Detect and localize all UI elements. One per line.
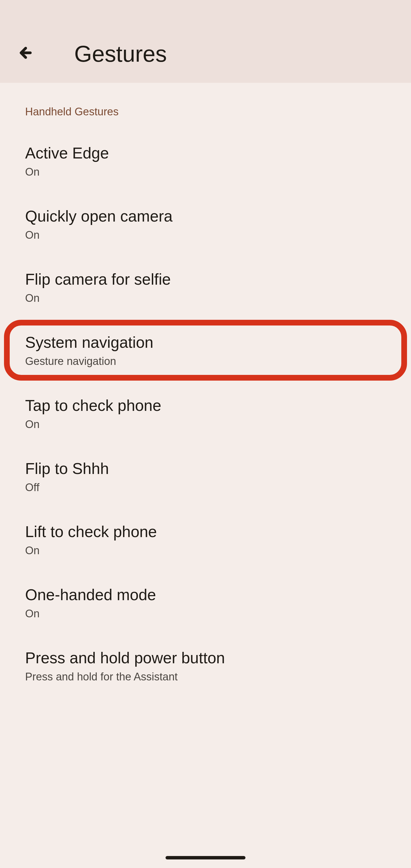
settings-item-press-and-hold-power-button[interactable]: Press and hold power buttonPress and hol… xyxy=(0,634,411,697)
page-title: Gestures xyxy=(74,41,167,67)
gesture-nav-handle[interactable] xyxy=(165,856,246,860)
item-title: Flip camera for selfie xyxy=(25,270,386,289)
settings-item-quickly-open-camera[interactable]: Quickly open cameraOn xyxy=(0,192,411,255)
section-header: Handheld Gestures xyxy=(0,89,411,129)
settings-item-flip-camera-for-selfie[interactable]: Flip camera for selfieOn xyxy=(0,255,411,319)
item-subtitle: Off xyxy=(25,482,386,494)
item-title: Lift to check phone xyxy=(25,522,386,541)
item-title: System navigation xyxy=(25,333,386,352)
item-title: Active Edge xyxy=(25,144,386,162)
settings-item-tap-to-check-phone[interactable]: Tap to check phoneOn xyxy=(0,382,411,445)
back-button[interactable] xyxy=(11,38,40,67)
item-subtitle: On xyxy=(25,545,386,557)
item-subtitle: On xyxy=(25,418,386,431)
item-title: Flip to Shhh xyxy=(25,459,386,478)
settings-item-active-edge[interactable]: Active EdgeOn xyxy=(0,129,411,192)
item-subtitle: On xyxy=(25,229,386,241)
settings-item-one-handed-mode[interactable]: One-handed modeOn xyxy=(0,571,411,634)
settings-list: Handheld Gestures Active EdgeOnQuickly o… xyxy=(0,83,411,697)
settings-item-flip-to-shhh[interactable]: Flip to ShhhOff xyxy=(0,445,411,508)
app-header: Gestures xyxy=(0,0,411,83)
item-subtitle: On xyxy=(25,292,386,304)
item-title: Tap to check phone xyxy=(25,396,386,415)
item-subtitle: On xyxy=(25,166,386,178)
settings-item-lift-to-check-phone[interactable]: Lift to check phoneOn xyxy=(0,508,411,571)
item-title: Press and hold power button xyxy=(25,648,386,667)
item-title: Quickly open camera xyxy=(25,207,386,225)
settings-item-system-navigation[interactable]: System navigationGesture navigation xyxy=(6,321,405,379)
item-subtitle: Gesture navigation xyxy=(25,355,386,368)
back-arrow-icon xyxy=(18,45,34,61)
item-title: One-handed mode xyxy=(25,585,386,604)
item-subtitle: On xyxy=(25,608,386,620)
item-subtitle: Press and hold for the Assistant xyxy=(25,671,386,683)
